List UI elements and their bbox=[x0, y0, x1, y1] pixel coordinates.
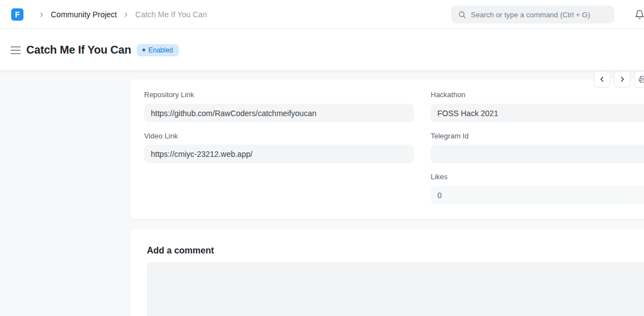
comments-section-card: Add a comment bbox=[130, 229, 644, 316]
sidebar-toggle-button[interactable] bbox=[11, 46, 21, 55]
repository-link-label: Repository Link bbox=[144, 91, 194, 99]
breadcrumb-current: Catch Me If You Can bbox=[135, 10, 207, 19]
status-badge-label: Enabled bbox=[149, 46, 173, 54]
add-comment-heading: Add a comment bbox=[147, 246, 214, 256]
likes-input[interactable] bbox=[431, 186, 644, 204]
menu-icon bbox=[11, 46, 21, 47]
likes-label: Likes bbox=[431, 173, 447, 181]
breadcrumb-parent-link[interactable]: Community Project bbox=[51, 10, 117, 19]
search-icon bbox=[458, 11, 466, 19]
app-window: F Community Project Catch Me If You Can bbox=[0, 0, 644, 316]
page-header: Catch Me If You Can Enabled bbox=[0, 29, 644, 71]
frappe-logo[interactable]: F bbox=[11, 8, 23, 21]
search-input[interactable] bbox=[471, 11, 608, 19]
page-title: Catch Me If You Can bbox=[26, 44, 131, 56]
previous-document-button[interactable] bbox=[594, 71, 610, 88]
status-badge: Enabled bbox=[137, 44, 179, 56]
form-section-card: Repository Link Hackathon Video Link Tel… bbox=[130, 79, 644, 219]
menu-icon bbox=[11, 50, 21, 51]
comment-input[interactable] bbox=[147, 262, 644, 316]
status-dot-icon bbox=[142, 49, 145, 51]
hackathon-label: Hackathon bbox=[431, 91, 465, 99]
video-link-input[interactable] bbox=[144, 145, 414, 163]
frappe-logo-letter: F bbox=[15, 10, 20, 19]
breadcrumb: F Community Project Catch Me If You Can bbox=[11, 0, 207, 29]
video-link-label: Video Link bbox=[144, 132, 178, 140]
search-bar bbox=[451, 6, 614, 23]
chevron-right-icon bbox=[123, 12, 128, 17]
chevron-right-icon bbox=[39, 12, 44, 17]
chevron-left-icon bbox=[599, 76, 605, 83]
hackathon-input[interactable] bbox=[431, 104, 644, 122]
telegram-id-input[interactable] bbox=[431, 145, 644, 163]
menu-icon bbox=[11, 53, 21, 54]
printer-icon bbox=[638, 75, 644, 83]
notifications-button[interactable] bbox=[633, 7, 644, 22]
print-button[interactable] bbox=[634, 71, 644, 88]
telegram-id-label: Telegram Id bbox=[431, 132, 469, 140]
bell-icon bbox=[635, 9, 644, 20]
document-body: Repository Link Hackathon Video Link Tel… bbox=[0, 71, 644, 316]
chevron-right-icon bbox=[619, 76, 626, 83]
top-navbar: F Community Project Catch Me If You Can bbox=[0, 0, 644, 29]
next-document-button[interactable] bbox=[614, 71, 631, 88]
repository-link-input[interactable] bbox=[144, 104, 414, 122]
